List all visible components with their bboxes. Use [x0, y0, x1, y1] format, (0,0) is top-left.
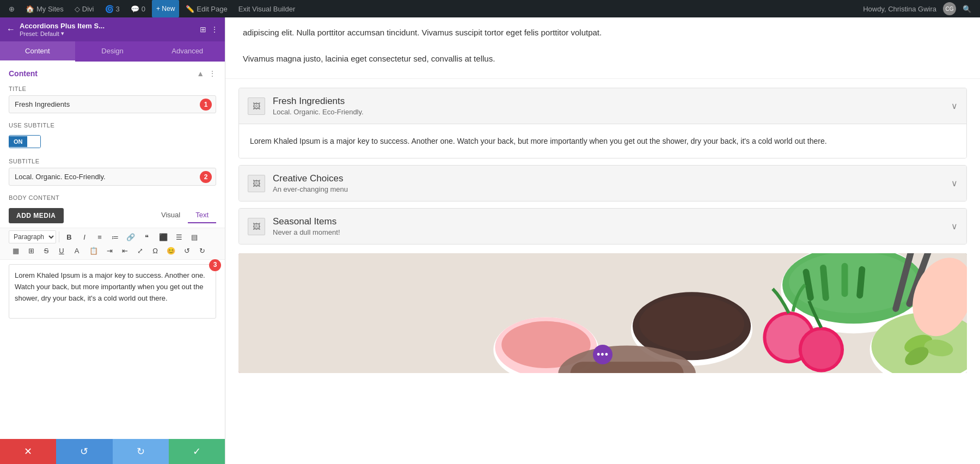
- title-input[interactable]: [9, 95, 216, 113]
- panel-header-left: ← Accordions Plus Item S... Preset: Defa…: [7, 22, 105, 37]
- emoji-button[interactable]: 😊: [163, 245, 179, 257]
- accordion-item-creative-choices: 🖼 Creative Choices An ever-changing menu…: [238, 165, 967, 202]
- food-image-area: •••: [238, 253, 967, 373]
- redo-action-button[interactable]: ↻: [113, 439, 169, 464]
- tab-visual[interactable]: Visual: [154, 207, 188, 223]
- back-icon[interactable]: ←: [7, 25, 15, 34]
- align-left-button[interactable]: ⬛: [156, 230, 171, 243]
- add-media-button[interactable]: ADD MEDIA: [9, 208, 64, 223]
- italic-button[interactable]: I: [77, 230, 91, 243]
- panel-preset[interactable]: Preset: Default ▾: [20, 30, 105, 37]
- panel-title: Accordions Plus Item S...: [20, 22, 105, 30]
- edit-page-button[interactable]: ✏️ Edit Page: [181, 0, 231, 17]
- toggle-row: ON: [0, 133, 225, 155]
- indent-button[interactable]: ⇥: [102, 245, 117, 257]
- accordion-container: 🖼 Fresh Ingredients Local. Organic. Eco-…: [225, 79, 980, 253]
- panel-tabs: Content Design Advanced: [0, 41, 225, 62]
- title-field: Title 1: [0, 82, 225, 120]
- my-sites-menu[interactable]: 🏠 My Sites: [21, 0, 68, 17]
- comment-zero-label: 0: [142, 5, 145, 13]
- tab-visual-label: Visual: [161, 211, 180, 219]
- accordion-header-creative-choices[interactable]: 🖼 Creative Choices An ever-changing menu…: [239, 166, 966, 201]
- comment-count[interactable]: 🌀 3: [101, 0, 124, 17]
- accordion-header-fresh-ingredients[interactable]: 🖼 Fresh Ingredients Local. Organic. Eco-…: [239, 88, 966, 124]
- quote-button[interactable]: ❝: [139, 230, 154, 243]
- accordion-header-left: 🖼 Fresh Ingredients Local. Organic. Eco-…: [248, 96, 364, 116]
- grid-icon[interactable]: ⊞: [200, 25, 206, 34]
- editor-area[interactable]: Lorem Khaled Ipsum is a major key to suc…: [9, 264, 216, 319]
- content-section-title: Content: [9, 69, 38, 78]
- food-dots-button[interactable]: •••: [593, 345, 612, 364]
- editor-content: Lorem Khaled Ipsum is a major key to suc…: [15, 271, 205, 302]
- search-toggle[interactable]: 🔍: [958, 5, 976, 13]
- intro-para-1: adipiscing elit. Nulla porttitor accumsa…: [243, 26, 963, 39]
- accordion-header-seasonal-items[interactable]: 🖼 Seasonal Items Never a dull moment! ∨: [239, 209, 966, 244]
- tab-design[interactable]: Design: [75, 41, 150, 62]
- align-center-button[interactable]: ☰: [172, 230, 186, 243]
- subtitle-toggle[interactable]: ON: [9, 135, 41, 148]
- accordion-title-wrap-1: Creative Choices An ever-changing menu: [273, 173, 348, 193]
- redo-button[interactable]: ↻: [195, 245, 209, 257]
- ordered-list-button[interactable]: ≔: [108, 230, 122, 243]
- bubble-icon: 💬: [131, 5, 139, 13]
- svg-rect-6: [842, 263, 848, 297]
- paragraph-select[interactable]: Paragraph: [9, 230, 56, 243]
- accordion-title-wrap: Fresh Ingredients Local. Organic. Eco-Fr…: [273, 96, 364, 116]
- accordion-chevron-0: ∨: [951, 101, 958, 111]
- user-menu[interactable]: Howdy, Christina Gwira: [859, 5, 941, 13]
- more-icon[interactable]: ⋮: [211, 25, 218, 34]
- editor-view-tabs: Visual Text: [154, 207, 216, 223]
- undo-action-button[interactable]: ↺: [56, 439, 112, 464]
- align-right-button[interactable]: ▤: [187, 230, 201, 243]
- tab-content-label: Content: [25, 47, 50, 55]
- divi-menu[interactable]: ◇ Divi: [70, 0, 99, 17]
- undo-icon: ↺: [80, 445, 88, 457]
- strikethrough-button[interactable]: S: [39, 245, 53, 257]
- paste-button[interactable]: 📋: [86, 245, 101, 257]
- text-color-button[interactable]: A: [70, 245, 84, 257]
- unordered-list-button[interactable]: ≡: [93, 230, 107, 243]
- fullscreen-button[interactable]: ⤢: [133, 245, 147, 257]
- tab-text[interactable]: Text: [188, 207, 216, 223]
- editor-badge: 3: [209, 259, 221, 271]
- accordion-title-0: Fresh Ingredients: [273, 96, 364, 107]
- collapse-icon[interactable]: ▲: [197, 69, 204, 78]
- tab-advanced[interactable]: Advanced: [150, 41, 225, 62]
- underline-button[interactable]: U: [54, 245, 69, 257]
- preset-arrow: ▾: [61, 30, 64, 37]
- justify-button[interactable]: ▦: [9, 245, 23, 257]
- title-input-wrap: 1: [9, 95, 216, 113]
- body-content-label: Body Content: [0, 192, 225, 205]
- accordion-chevron-1: ∨: [951, 178, 958, 188]
- right-content: adipiscing elit. Nulla porttitor accumsa…: [225, 17, 980, 464]
- bottom-bar: ✕ ↺ ↻ ✓: [0, 439, 225, 464]
- tab-content[interactable]: Content: [0, 41, 75, 62]
- outdent-button[interactable]: ⇤: [118, 245, 132, 257]
- bold-button[interactable]: B: [62, 230, 76, 243]
- left-panel: ← Accordions Plus Item S... Preset: Defa…: [0, 17, 225, 464]
- new-button[interactable]: + New: [152, 0, 179, 17]
- editor-toolbar-top: ADD MEDIA Visual Text: [0, 205, 225, 225]
- accordion-item-seasonal-items: 🖼 Seasonal Items Never a dull moment! ∨: [238, 208, 967, 245]
- avatar[interactable]: CG: [943, 2, 956, 15]
- edit-page-label: Edit Page: [197, 5, 227, 13]
- undo-button[interactable]: ↺: [180, 245, 194, 257]
- comment-zero[interactable]: 💬 0: [126, 0, 150, 17]
- panel-content: Content ▲ ⋮ Title 1 Use Subtitle: [0, 62, 225, 439]
- comment-count-label: 3: [116, 5, 120, 13]
- exit-builder-label: Exit Visual Builder: [238, 5, 296, 13]
- wp-logo[interactable]: ⊕: [4, 0, 19, 17]
- save-button[interactable]: ✓: [169, 439, 225, 464]
- link-button[interactable]: 🔗: [123, 230, 138, 243]
- special-char-button[interactable]: Ω: [148, 245, 162, 257]
- subtitle-input[interactable]: [9, 168, 216, 186]
- exit-builder-button[interactable]: Exit Visual Builder: [234, 0, 300, 17]
- tab-design-label: Design: [101, 47, 123, 55]
- cancel-button[interactable]: ✕: [0, 439, 56, 464]
- wp-icon: ⊕: [9, 5, 15, 13]
- accordion-image-icon-1: 🖼: [248, 175, 265, 192]
- section-options-icon[interactable]: ⋮: [209, 69, 216, 78]
- table-button[interactable]: ⊞: [24, 245, 38, 257]
- accordion-subtitle-2: Never a dull moment!: [273, 228, 340, 236]
- image-placeholder-icon: 🖼: [253, 102, 260, 111]
